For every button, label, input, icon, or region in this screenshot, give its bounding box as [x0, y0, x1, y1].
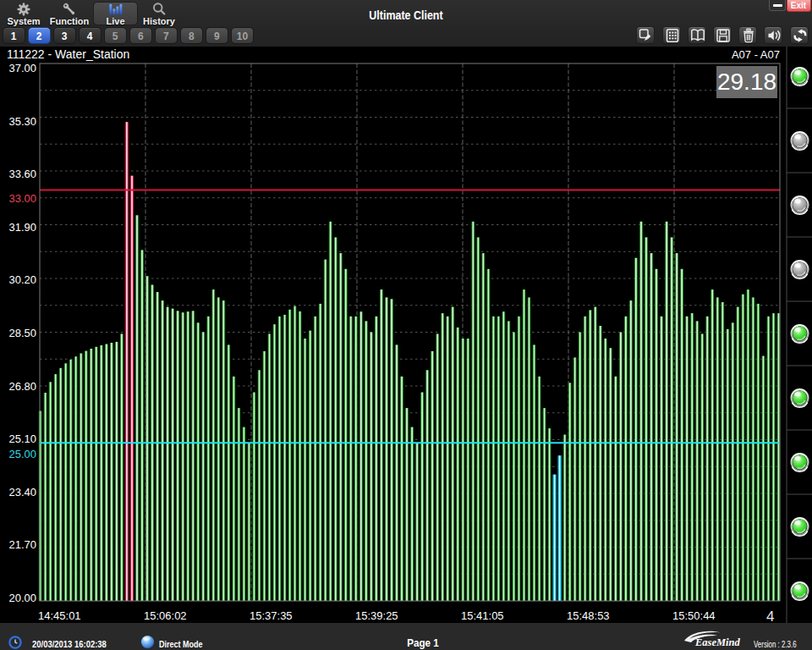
svg-text:EaseMind: EaseMind — [694, 636, 741, 648]
